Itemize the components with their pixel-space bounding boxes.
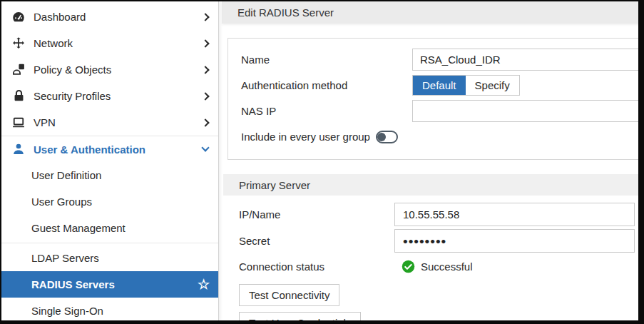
ip-name-row: IP/Name xyxy=(239,203,638,226)
sidebar-item-label: Network xyxy=(34,37,203,49)
auth-method-option-default[interactable]: Default xyxy=(413,76,466,95)
sidebar-item-ldap-servers[interactable]: LDAP Servers xyxy=(1,245,218,271)
page-title: Edit RADIUS Server xyxy=(222,1,638,24)
sidebar-item-user-definition[interactable]: User Definition xyxy=(1,162,218,188)
primary-server-section: IP/Name Secret Connection status Success… xyxy=(222,196,638,277)
favorite-star-icon[interactable]: ☆ xyxy=(198,278,210,291)
chevron-right-icon xyxy=(201,92,209,100)
sidebar-item-label: Security Profiles xyxy=(34,90,203,102)
test-user-credentials-button[interactable]: Test User Credentials xyxy=(239,312,361,320)
laptop-icon xyxy=(11,116,26,130)
auth-method-segmented-control: Default Specify xyxy=(412,75,520,96)
auth-method-label: Authentication method xyxy=(241,79,412,91)
secret-label: Secret xyxy=(239,235,394,247)
sidebar-item-vpn[interactable]: VPN xyxy=(1,109,218,136)
stamp-icon xyxy=(11,63,26,77)
chevron-down-icon xyxy=(201,143,209,151)
primary-server-section-header: Primary Server xyxy=(223,174,638,196)
lock-icon xyxy=(11,89,26,103)
sidebar-item-user-groups[interactable]: User Groups xyxy=(1,188,218,215)
sidebar-item-single-sign-on[interactable]: Single Sign-On xyxy=(1,298,218,320)
sidebar-item-user-authentication[interactable]: User & Authentication xyxy=(1,136,218,162)
test-connectivity-button[interactable]: Test Connectivity xyxy=(239,284,339,306)
sidebar-item-security-profiles[interactable]: Security Profiles xyxy=(1,83,218,109)
move-icon xyxy=(11,36,26,51)
main-content: Edit RADIUS Server Name Authentication m… xyxy=(219,1,638,320)
check-circle-icon xyxy=(402,260,415,273)
sidebar-subitem-label: User Definition xyxy=(31,169,210,181)
sidebar-subitem-label: LDAP Servers xyxy=(31,252,210,264)
include-group-toggle[interactable] xyxy=(376,131,398,143)
chevron-right-icon xyxy=(201,66,209,74)
gauge-icon xyxy=(11,10,26,24)
auth-method-row: Authentication method Default Specify xyxy=(241,74,638,97)
sidebar-item-radius-servers[interactable]: RADIUS Servers ☆ xyxy=(1,271,218,298)
nas-ip-input[interactable] xyxy=(412,100,638,122)
toggle-knob xyxy=(377,133,386,141)
connection-status-row: Connection status Successful xyxy=(239,255,638,277)
sidebar-subitem-label: Guest Management xyxy=(31,222,210,234)
sidebar-subitem-label: Single Sign-On xyxy=(31,305,210,317)
sidebar-item-label: User & Authentication xyxy=(34,143,203,156)
sidebar-item-guest-management[interactable]: Guest Management xyxy=(1,215,218,241)
name-row: Name xyxy=(241,48,638,71)
sidebar-item-network[interactable]: Network xyxy=(1,30,218,56)
sidebar-item-label: VPN xyxy=(34,116,203,128)
sidebar-subitem-label: RADIUS Servers xyxy=(31,278,198,290)
sidebar-item-policy-objects[interactable]: Policy & Objects xyxy=(1,56,218,83)
chevron-right-icon xyxy=(201,13,209,21)
app-window: Dashboard Network Policy & Objects Secur… xyxy=(0,0,644,324)
auth-method-option-specify[interactable]: Specify xyxy=(466,76,519,95)
sidebar-item-dashboard[interactable]: Dashboard xyxy=(1,4,218,30)
name-label: Name xyxy=(241,54,412,66)
chevron-right-icon xyxy=(201,118,209,126)
radius-server-form-card: Name Authentication method Default Speci… xyxy=(228,38,638,160)
sidebar-divider xyxy=(1,243,218,243)
sidebar-item-label: Policy & Objects xyxy=(34,64,203,76)
sidebar-nav: Dashboard Network Policy & Objects Secur… xyxy=(1,1,219,320)
nas-ip-row: NAS IP xyxy=(241,99,638,123)
include-group-row: Include in every user group xyxy=(241,125,638,148)
user-icon xyxy=(11,142,26,156)
test-buttons: Test Connectivity Test User Credentials xyxy=(222,280,638,320)
sidebar-subitem-label: User Groups xyxy=(31,196,210,208)
include-group-label: Include in every user group xyxy=(241,131,370,143)
ip-name-label: IP/Name xyxy=(239,208,394,221)
status-badge: Successful xyxy=(421,260,473,273)
ip-name-input[interactable] xyxy=(394,203,635,226)
chevron-right-icon xyxy=(201,39,209,47)
sidebar-item-label: Dashboard xyxy=(34,11,203,23)
connection-status-label: Connection status xyxy=(239,260,394,273)
connection-status-value: Successful xyxy=(394,260,473,273)
name-input[interactable] xyxy=(412,49,638,71)
nas-ip-label: NAS IP xyxy=(241,105,412,117)
secret-row: Secret xyxy=(239,229,638,253)
secret-input[interactable] xyxy=(394,229,635,253)
